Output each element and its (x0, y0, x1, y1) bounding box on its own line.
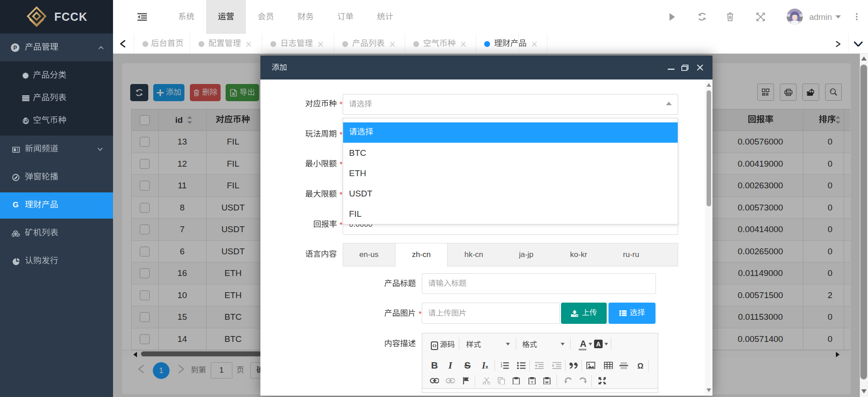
svg-text:T: T (531, 380, 533, 384)
svg-text:2: 2 (501, 364, 503, 368)
svg-text:P: P (13, 45, 17, 51)
svg-text:Ω: Ω (637, 362, 643, 369)
svg-text:W: W (545, 380, 549, 384)
